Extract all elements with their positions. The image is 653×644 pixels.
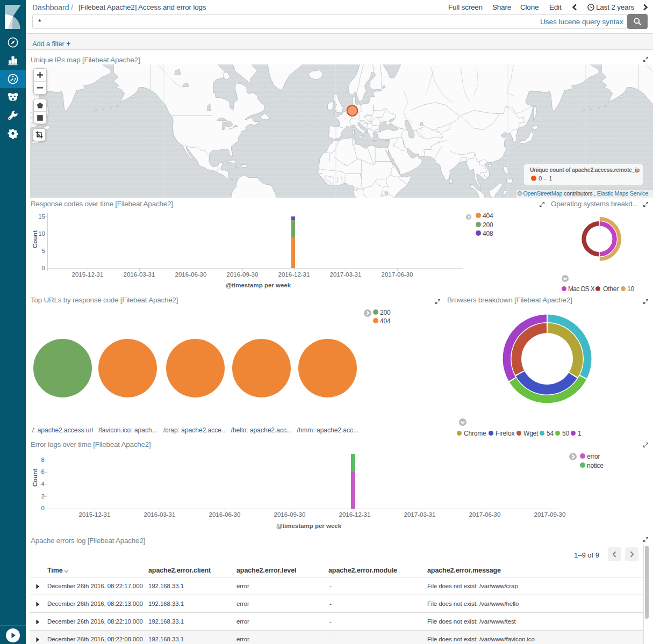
svg-text:© OpenStreetMap contributors ,: © OpenStreetMap contributors , Elastic M… <box>518 190 648 197</box>
svg-text:Unique count of apache2.access: Unique count of apache2.access.remote_ip <box>530 167 640 173</box>
svg-text:0 – 1: 0 – 1 <box>539 175 552 182</box>
